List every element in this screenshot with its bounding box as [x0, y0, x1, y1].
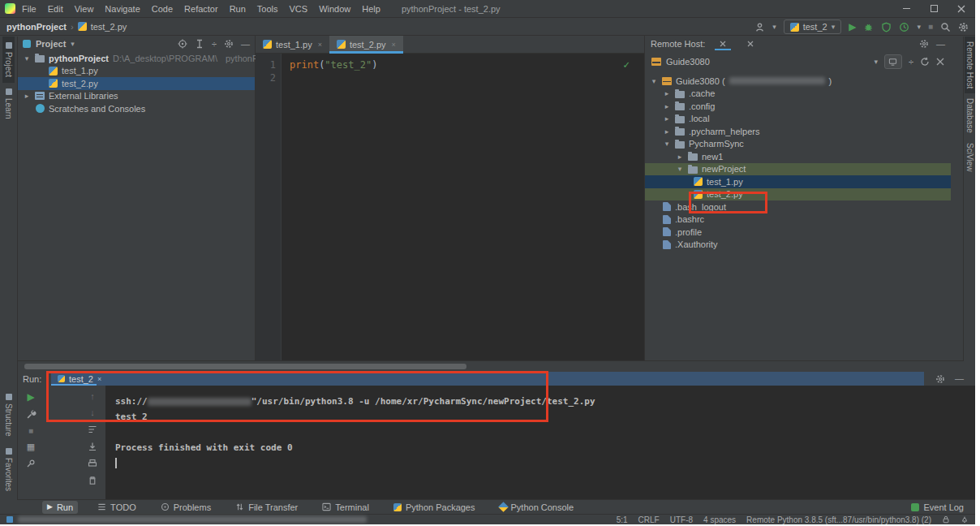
tool-button-database[interactable]: Database — [965, 93, 975, 138]
stop-button[interactable]: ■ — [28, 427, 33, 435]
profiler-button[interactable] — [899, 22, 909, 32]
hide-panel-icon[interactable]: — — [955, 374, 964, 384]
chevron-right-icon[interactable]: ▸ — [663, 102, 671, 110]
menu-run[interactable]: Run — [230, 4, 246, 14]
menu-window[interactable]: Window — [319, 4, 350, 14]
chevron-right-icon[interactable]: ▸ — [663, 89, 671, 97]
breadcrumb-project[interactable]: pythonProject — [6, 22, 67, 32]
menu-navigate[interactable]: Navigate — [105, 4, 140, 14]
remote-file-test1[interactable]: test_1.py — [645, 175, 951, 188]
soft-wrap-icon[interactable] — [88, 425, 97, 434]
project-root-row[interactable]: ▾ pythonProject D:\A_desktop\PROGRAM\ py… — [18, 52, 255, 65]
toolbar-python-console[interactable]: Python Console — [495, 501, 579, 514]
tool-button-favorites[interactable]: Favorites — [2, 442, 15, 497]
lock-icon[interactable] — [942, 515, 950, 524]
project-file-test2-selected[interactable]: test_2.py — [18, 77, 255, 90]
inspection-ok-icon[interactable]: ✓ — [623, 58, 630, 71]
toolbar-todo[interactable]: TODO — [92, 501, 141, 514]
restore-layout-icon[interactable]: ▦ — [27, 442, 35, 451]
clear-console-trash-icon[interactable] — [88, 476, 97, 485]
remote-host-select[interactable]: Guide3080 ▾ — [651, 57, 878, 67]
refresh-icon[interactable] — [920, 57, 930, 67]
close-tab-icon[interactable]: × — [392, 41, 396, 49]
expand-selection-icon[interactable] — [195, 39, 204, 49]
remote-file-bash-logout[interactable]: .bash_logout — [645, 200, 951, 213]
chevron-right-icon[interactable]: ▸ — [663, 114, 671, 123]
run-button[interactable]: ▶ — [849, 22, 856, 32]
panel-settings-gear-icon[interactable] — [224, 39, 234, 49]
chevron-down-icon[interactable]: ▾ — [650, 77, 658, 85]
caret-position[interactable]: 5:1 — [617, 515, 628, 524]
toolbar-run[interactable]: ▶ Run — [42, 501, 78, 514]
panel-settings-gear-icon[interactable] — [919, 39, 929, 49]
run-configuration-select[interactable]: test_2 ▾ — [784, 19, 842, 34]
tool-button-learn[interactable]: Learn — [2, 83, 15, 125]
menu-file[interactable]: File — [22, 4, 37, 14]
run-console[interactable]: ssh://"/usr/bin/python3.8 -u /home/xr/Py… — [105, 386, 975, 499]
pin-icon[interactable] — [26, 459, 36, 468]
remote-folder-config[interactable]: ▸.config — [645, 100, 951, 113]
tool-button-structure[interactable]: Structure — [2, 388, 15, 442]
toolbar-problems[interactable]: Problems — [156, 501, 216, 514]
toolbar-python-packages[interactable]: Python Packages — [389, 501, 480, 514]
close-button[interactable] — [948, 0, 975, 18]
chevron-down-icon[interactable]: ▾ — [71, 40, 75, 48]
interpreter-status[interactable]: Remote Python 3.8.5 (sft...87/usr/bin/py… — [746, 515, 931, 524]
user-icon[interactable] — [754, 22, 765, 32]
chevron-down-icon[interactable]: ▾ — [663, 140, 671, 148]
collapse-all-icon[interactable]: ÷ — [212, 40, 217, 49]
remote-file-bashrc[interactable]: .bashrc — [645, 213, 951, 226]
hide-panel-icon[interactable]: — — [936, 40, 945, 49]
profiler-caret-icon[interactable]: ▾ — [917, 23, 921, 31]
remote-folder-new1[interactable]: ▸new1 — [645, 150, 951, 163]
close-icon[interactable] — [936, 58, 944, 66]
remote-file-profile[interactable]: .profile — [645, 226, 951, 239]
chevron-down-icon[interactable]: ▾ — [23, 54, 31, 63]
external-libraries-row[interactable]: ▸ External Libraries — [18, 90, 255, 103]
menu-refactor[interactable]: Refactor — [184, 4, 218, 14]
remote-folder-pycharm-helpers[interactable]: ▸.pycharm_helpers — [645, 125, 951, 138]
remote-folder-cache[interactable]: ▸.cache — [645, 88, 951, 101]
up-stack-trace-icon[interactable]: ↑ — [90, 392, 95, 401]
project-file-test1[interactable]: test_1.py — [18, 65, 255, 78]
down-stack-trace-icon[interactable]: ↓ — [90, 408, 95, 417]
breadcrumb-file[interactable]: test_2.py — [91, 22, 127, 32]
remote-root-row[interactable]: ▾ Guide3080 ( ) — [645, 75, 951, 88]
menu-edit[interactable]: Edit — [48, 4, 63, 14]
panel-settings-gear-icon[interactable] — [935, 374, 945, 384]
toolbar-terminal[interactable]: Terminal — [317, 501, 374, 514]
indent-setting[interactable]: 4 spaces — [703, 515, 736, 524]
scratches-row[interactable]: Scratches and Consoles — [18, 102, 255, 115]
file-encoding[interactable]: UTF-8 — [670, 515, 693, 524]
locate-file-icon[interactable] — [178, 39, 187, 49]
scroll-to-end-icon[interactable] — [88, 442, 97, 451]
code-line[interactable]: print("test_2") — [282, 54, 377, 360]
chevron-right-icon[interactable]: ▸ — [663, 127, 671, 136]
print-icon[interactable] — [88, 459, 97, 468]
remote-folder-pycharmsync[interactable]: ▾PycharmSync — [645, 138, 951, 151]
menu-view[interactable]: View — [75, 4, 94, 14]
close-tab-icon[interactable]: × — [318, 41, 322, 49]
tool-button-remote-host[interactable]: Remote Host — [965, 37, 975, 93]
chevron-right-icon[interactable]: ▸ — [676, 153, 684, 161]
settings-gear-icon[interactable] — [958, 22, 969, 32]
minimize-button[interactable] — [892, 0, 920, 18]
search-everywhere-icon[interactable] — [940, 22, 951, 32]
project-panel-title[interactable]: Project — [36, 39, 66, 49]
editor-body[interactable]: 1 2 print("test_2") ✓ — [256, 54, 644, 360]
hide-panel-icon[interactable]: — — [241, 40, 250, 49]
stop-button[interactable]: ■ — [928, 23, 933, 31]
remote-file-xauthority[interactable]: .Xauthority — [645, 239, 951, 252]
notifications-bell-icon[interactable] — [961, 515, 969, 524]
editor-tab-test2[interactable]: test_2.py × — [329, 36, 403, 53]
chevron-right-icon[interactable]: ▸ — [23, 92, 31, 100]
upload-toggle-button[interactable] — [884, 54, 902, 69]
event-log-button[interactable]: Event Log — [911, 502, 964, 512]
close-icon[interactable] — [720, 41, 726, 47]
debug-button[interactable] — [863, 22, 874, 32]
user-caret-icon[interactable]: ▾ — [772, 23, 776, 31]
editor-tab-test1[interactable]: test_1.py × — [256, 36, 329, 53]
menu-tools[interactable]: Tools — [257, 4, 278, 14]
rerun-button[interactable]: ▶ — [27, 392, 34, 402]
tool-button-sciview[interactable]: SciView — [965, 138, 975, 176]
